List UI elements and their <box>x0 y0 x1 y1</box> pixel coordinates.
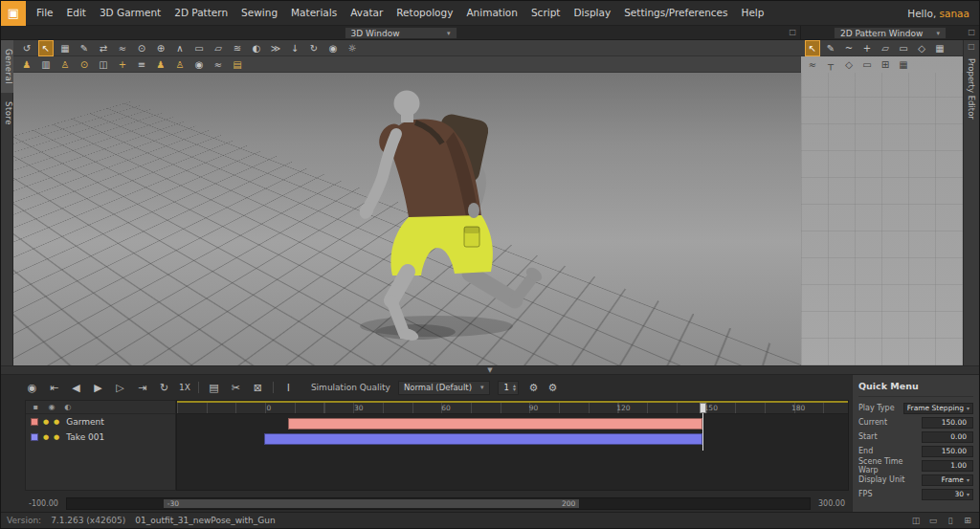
layout-2d-only-icon[interactable]: ▯ <box>945 514 956 528</box>
edit-pattern-icon[interactable]: ✎ <box>824 41 837 55</box>
gravity-toggle-icon[interactable]: ↓ <box>288 41 301 55</box>
lock-icon[interactable]: ▪ <box>31 400 40 414</box>
track-toggle-a[interactable]: ● <box>43 433 49 441</box>
username[interactable]: sanaa <box>940 8 969 19</box>
avatar-tape-icon[interactable]: ≡ <box>135 57 148 72</box>
track-color-swatch[interactable] <box>31 433 38 441</box>
edit-sewing-tool-icon[interactable]: ⇄ <box>97 41 110 55</box>
track-canvas[interactable]: 0 30 60 90 120 150 180 <box>176 400 849 491</box>
show-garment-icon[interactable]: ▥ <box>39 57 53 72</box>
track-list-item[interactable]: ● ● Garment <box>26 414 175 430</box>
show-notches-icon[interactable]: ┬ <box>824 57 837 72</box>
duplicate-animation-button[interactable]: ▤ <box>207 382 221 394</box>
track-bar[interactable] <box>288 418 702 430</box>
rotate-view-icon[interactable]: ↻ <box>307 41 321 55</box>
polygon-tool-icon[interactable]: ▱ <box>879 41 892 55</box>
expand-panel-icon[interactable]: □ <box>968 42 975 51</box>
wind-tool-icon[interactable]: ≫ <box>269 41 282 55</box>
avatar-skin-offset-icon[interactable]: ♙ <box>58 57 72 72</box>
timeline-scrollbar[interactable]: -30 200 <box>66 497 811 510</box>
3d-window-selector[interactable]: 3D Window ▾ <box>345 27 457 39</box>
collapse-timeline-icon[interactable]: ▼ <box>487 366 492 374</box>
steam-brush-icon[interactable]: ≋ <box>231 41 244 55</box>
camera-tool-icon[interactable]: ◉ <box>326 41 340 55</box>
bounding-volume-icon[interactable]: ◫ <box>97 57 110 72</box>
menu-avatar[interactable]: Avatar <box>344 1 390 25</box>
trim-animation-button[interactable]: ✂ <box>229 382 243 394</box>
menu-materials[interactable]: Materials <box>284 1 344 25</box>
track-bar[interactable] <box>264 433 702 445</box>
property-editor-strip[interactable]: □ Property Editor <box>963 40 979 365</box>
select-mesh-tool-icon[interactable]: ▦ <box>58 41 72 55</box>
avatar-3d[interactable] <box>293 84 609 365</box>
scrollbar-handle[interactable]: -30 200 <box>164 499 580 508</box>
quick-menu-value[interactable]: Frame ▾ <box>922 474 973 486</box>
track-color-swatch[interactable] <box>31 418 38 426</box>
go-to-start-button[interactable]: ⇤ <box>47 382 61 394</box>
loop-button[interactable]: ↻ <box>157 382 171 394</box>
menu-3d-garment[interactable]: 3D Garment <box>93 1 167 25</box>
play-button[interactable]: ▶ <box>91 382 105 394</box>
solo-icon[interactable]: ◐ <box>63 400 73 414</box>
menu-animation[interactable]: Animation <box>459 1 524 25</box>
maximize-2d-icon[interactable]: □ <box>968 28 975 36</box>
animation-settings-icon[interactable]: ⚙ <box>546 382 560 394</box>
quick-menu-value[interactable]: 0.00 <box>922 431 973 443</box>
playhead-handle[interactable] <box>700 403 706 413</box>
tab-general[interactable]: General <box>1 40 13 93</box>
dart-tool-icon[interactable]: ◇ <box>915 41 928 55</box>
arrangement-points-icon[interactable]: ⊙ <box>78 57 91 72</box>
2d-window-selector[interactable]: 2D Pattern Window ▾ <box>834 27 947 39</box>
quick-menu-value[interactable]: 150.00 <box>922 417 973 429</box>
fold-arrangement-icon[interactable]: ∧ <box>173 41 187 55</box>
show-grainline-icon[interactable]: ◇ <box>842 57 856 72</box>
track-toggle-b[interactable]: ● <box>54 418 59 426</box>
layout-3d-only-icon[interactable]: ▭ <box>927 514 939 528</box>
trace-tool-icon[interactable]: ▦ <box>933 41 947 55</box>
layout-3d-2d-icon[interactable]: ◫ <box>910 514 922 528</box>
layout-quad-icon[interactable]: ⊞ <box>962 514 973 528</box>
menu-display[interactable]: Display <box>567 1 617 25</box>
menu-help[interactable]: Help <box>735 1 771 25</box>
show-avatar-icon[interactable]: ♟ <box>20 57 33 72</box>
menu-edit[interactable]: Edit <box>60 1 93 25</box>
pin-tool-icon[interactable]: ⊙ <box>135 41 148 55</box>
select-move-tool-icon[interactable]: ↖ <box>39 41 53 55</box>
timeline-ruler[interactable]: 0 30 60 90 120 150 180 <box>177 403 848 414</box>
timeline-divider[interactable]: ▼ <box>1 365 979 375</box>
quick-menu-value[interactable]: 30 ▾ <box>922 489 973 500</box>
show-baselines-icon[interactable]: ▭ <box>860 57 874 72</box>
menu-2d-pattern[interactable]: 2D Pattern <box>167 1 234 25</box>
track-toggle-a[interactable]: ● <box>43 418 49 426</box>
maximize-3d-icon[interactable]: □ <box>789 28 796 36</box>
go-to-end-button[interactable]: ⇥ <box>135 382 149 394</box>
track-list-item[interactable]: ● ● Take 001 <box>26 430 175 445</box>
tab-store[interactable]: Store <box>1 93 13 134</box>
show-pattern-mesh-icon[interactable]: ▦ <box>897 57 910 72</box>
menu-script[interactable]: Script <box>524 1 567 25</box>
separator[interactable] <box>273 382 274 393</box>
3d-viewport[interactable]: ↺ ↖ ▦ ✎ ⇄ ≈ ⊙ ⊕ ∧ ▭ ▱ ≋ <box>13 40 801 365</box>
flatten-tool-icon[interactable]: ▱ <box>212 41 225 55</box>
speed-button[interactable]: 1X <box>179 383 190 392</box>
pen-tool-icon[interactable]: ✎ <box>78 41 91 55</box>
menu-settings-preferences[interactable]: Settings/Preferences <box>617 1 734 25</box>
menu-file[interactable]: File <box>30 1 60 25</box>
quick-menu-value[interactable]: 1.00 <box>922 460 973 472</box>
tack-tool-icon[interactable]: ⊕ <box>154 41 167 55</box>
pose-editor-icon[interactable]: ♙ <box>173 57 187 72</box>
menu-retopology[interactable]: Retopology <box>390 1 459 25</box>
show-grid-2d-icon[interactable]: ⊞ <box>879 57 892 72</box>
rectangle-tool-icon[interactable]: ▭ <box>897 41 910 55</box>
playhead[interactable] <box>702 403 703 451</box>
x-ray-joints-icon[interactable]: + <box>116 57 129 72</box>
quick-menu-value[interactable]: 150.00 <box>922 446 973 457</box>
simulation-settings-icon[interactable]: ⚙ <box>526 382 541 394</box>
record-button[interactable]: ◉ <box>25 382 39 394</box>
previous-frame-button[interactable]: ◀ <box>69 382 83 394</box>
delete-animation-button[interactable]: ⊠ <box>251 382 265 394</box>
simulation-quality-select[interactable]: Normal (Default) ▾ <box>398 381 490 395</box>
show-internal-lines-icon[interactable]: ▤ <box>231 57 244 72</box>
menu-sewing[interactable]: Sewing <box>234 1 284 25</box>
next-frame-button[interactable]: ▷ <box>113 382 127 394</box>
